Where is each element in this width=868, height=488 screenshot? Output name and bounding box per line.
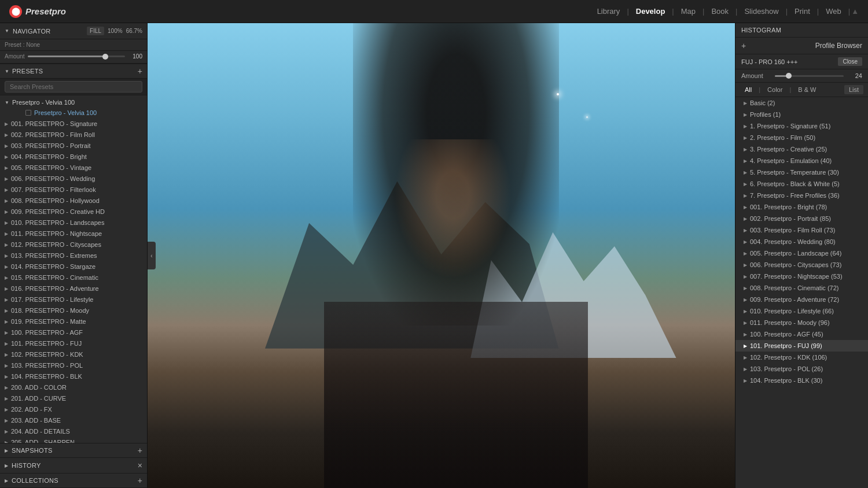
profile-name-p21: 102. Presetpro - KDK (106) [750,354,827,361]
filter-tab-color[interactable]: Color [763,85,787,94]
velvia-sub: Presetpro - Velvia 100 [0,108,147,118]
preset-group-header-g1[interactable]: ▶ 001. PRESETPRO - Signature [0,118,147,129]
preset-group-header-g17[interactable]: ▶ 017. PRESETPRO - Lifestyle [0,294,147,305]
group-name-g21: 101. PRESETPRO - FUJ [11,340,82,347]
profile-name-p17: 010. Presetpro - Lifestyle (66) [750,308,834,315]
preset-group-header-g18[interactable]: ▶ 018. PRESETPRO - Moody [0,305,147,316]
preset-group-header-g19[interactable]: ▶ 019. PRESETPRO - Matte [0,316,147,327]
preset-group-header-g6[interactable]: ▶ 006. PRESETPRO - Wedding [0,173,147,184]
nav-book[interactable]: Book [705,5,734,18]
preset-group-header-g16[interactable]: ▶ 016. PRESETPRO - Adventure [0,283,147,294]
preset-group-header-g24[interactable]: ▶ 104. PRESETPRO - BLK [0,371,147,382]
nav-map[interactable]: Map [675,5,701,18]
preset-group-header-g25[interactable]: ▶ 200. ADD - COLOR [0,382,147,393]
profile-name-p8: 001. Presetpro - Bright (78) [750,204,827,210]
profile-close-button[interactable]: Close [838,57,862,66]
left-panel: ▼ Navigator FILL 100% 66.7% Preset : Non… [0,23,148,488]
preset-group-header-g9[interactable]: ▶ 009. PRESETPRO - Creative HD [0,206,147,217]
profile-item-p8[interactable]: ▶ 001. Presetpro - Bright (78) [735,201,868,213]
amount-slider-thumb[interactable] [102,54,108,60]
amount-slider-track[interactable] [28,56,125,57]
profile-plus-icon[interactable]: + [741,41,746,50]
preset-group-header-g14[interactable]: ▶ 014. PRESETPRO - Stargaze [0,261,147,272]
preset-group-header-g10[interactable]: ▶ 010. PRESETPRO - Landscapes [0,217,147,228]
profile-amount-thumb[interactable] [786,73,792,79]
preset-group-header-g13[interactable]: ▶ 013. PRESETPRO - Extremes [0,250,147,261]
preset-group-g9: ▶ 009. PRESETPRO - Creative HD [0,206,147,217]
velvia-sub-item[interactable]: Presetpro - Velvia 100 [12,108,147,118]
preset-group-header-g2[interactable]: ▶ 002. PRESETPRO - Film Roll [0,129,147,140]
profile-item-p13[interactable]: ▶ 006. Presetpro - Cityscapes (73) [735,259,868,271]
profile-item-p22[interactable]: ▶ 103. Presetpro - POL (26) [735,363,868,375]
profile-item-p11[interactable]: ▶ 004. Presetpro - Wedding (80) [735,236,868,247]
preset-group-header-g12[interactable]: ▶ 012. PRESETPRO - Cityscapes [0,239,147,250]
preset-group-header-g28[interactable]: ▶ 203. ADD - BASE [0,415,147,426]
profile-item-p17[interactable]: ▶ 010. Presetpro - Lifestyle (66) [735,305,868,317]
preset-group-header-g20[interactable]: ▶ 100. PRESETPRO - AGF [0,327,147,338]
profile-item-p10[interactable]: ▶ 003. Presetpro - Film Roll (73) [735,224,868,236]
profile-item-p18[interactable]: ▶ 011. Presetpro - Moody (96) [735,317,868,328]
preset-group-header-g26[interactable]: ▶ 201. ADD - CURVE [0,393,147,404]
collections-add-icon[interactable]: + [138,476,142,485]
profile-item-p7[interactable]: ▶ 7. Presetpro - Free Profiles (36) [735,190,868,201]
preset-search-input[interactable] [5,81,142,93]
preset-group-header-g21[interactable]: ▶ 101. PRESETPRO - FUJ [0,338,147,349]
profile-item-p9[interactable]: ▶ 002. Presetpro - Portrait (85) [735,213,868,224]
nav-web[interactable]: Web [820,5,847,18]
preset-group-header-velvia[interactable]: ▼ Presetpro - Velvia 100 [0,97,147,108]
preset-group-header-g5[interactable]: ▶ 005. PRESETPRO - Vintage [0,162,147,173]
profile-item-p14[interactable]: ▶ 007. Presetpro - Nightscape (53) [735,271,868,282]
filter-tab-bw[interactable]: B & W [793,85,821,94]
profile-item-p2[interactable]: ▶ 2. Presetpro - Film (50) [735,132,868,143]
filter-tab-all[interactable]: All [740,85,756,94]
history-header[interactable]: ▶ History × [0,458,147,474]
nav-print[interactable]: Print [789,5,816,18]
profile-item-p15[interactable]: ▶ 008. Presetpro - Cinematic (72) [735,282,868,294]
collections-header[interactable]: ▶ Collections + [0,474,147,488]
preset-group-header-g29[interactable]: ▶ 204. ADD - DETAILS [0,426,147,437]
fill-button[interactable]: FILL [87,27,104,35]
preset-group-header-g4[interactable]: ▶ 004. PRESETPRO - Bright [0,151,147,162]
profile-item-p12[interactable]: ▶ 005. Presetpro - Landscape (64) [735,247,868,259]
profile-item-p1[interactable]: ▶ 1. Presetpro - Signature (51) [735,120,868,132]
preset-group-header-g8[interactable]: ▶ 008. PRESETPRO - Hollywood [0,195,147,206]
nav-library[interactable]: Library [591,5,626,18]
profile-name-p4: 4. Presetpro - Emulation (40) [750,157,832,164]
profile-item-p21[interactable]: ▶ 102. Presetpro - KDK (106) [735,352,868,363]
profile-item-p19[interactable]: ▶ 100. Presetpro - AGF (45) [735,328,868,340]
presets-add-icon[interactable]: + [138,67,142,75]
histogram-header[interactable]: Histogram [735,23,868,38]
preset-group-header-g27[interactable]: ▶ 202. ADD - FX [0,404,147,415]
profile-amount-slider[interactable] [775,75,844,77]
profile-item-basic[interactable]: ▶ Basic (2) [735,97,868,109]
nav-develop[interactable]: Develop [630,5,671,18]
history-close-icon[interactable]: × [138,461,142,470]
nav-slideshow[interactable]: Slideshow [738,5,784,18]
presets-header[interactable]: ▼ Presets + [0,64,147,79]
collapse-left-handle[interactable]: ‹ [148,242,156,269]
profile-item-p16[interactable]: ▶ 009. Presetpro - Adventure (72) [735,294,868,305]
profile-item-p6[interactable]: ▶ 6. Presetpro - Black & White (5) [735,178,868,190]
preset-group-header-g22[interactable]: ▶ 102. PRESETPRO - KDK [0,349,147,360]
profile-item-p4[interactable]: ▶ 4. Presetpro - Emulation (40) [735,155,868,167]
profile-item-p23[interactable]: ▶ 104. Presetpro - BLK (30) [735,375,868,386]
preset-group-header-g23[interactable]: ▶ 103. PRESETPRO - POL [0,360,147,371]
snapshots-title: Snapshots [12,447,53,454]
preset-group-header-g7[interactable]: ▶ 007. PRESETPRO - Filterlook [0,184,147,195]
preset-group-header-g3[interactable]: ▶ 003. PRESETPRO - Portrait [0,140,147,151]
snapshots-add-icon[interactable]: + [138,446,142,454]
profile-item-p5[interactable]: ▶ 5. Presetpro - Temperature (30) [735,167,868,178]
profile-item-p20[interactable]: ▶ 101. Presetpro - FUJ (99) [735,340,868,352]
profile-item-profiles[interactable]: ▶ Profiles (1) [735,109,868,120]
velvia-tri: ▼ [5,100,9,105]
active-profile-name: FUJ - PRO 160 +++ [741,58,798,65]
list-button[interactable]: List [844,85,863,94]
navigator-header[interactable]: ▼ Navigator FILL 100% 66.7% [0,23,147,39]
profile-item-p3[interactable]: ▶ 3. Presetpro - Creative (25) [735,143,868,155]
preset-group-header-g11[interactable]: ▶ 011. PRESETPRO - Nightscape [0,228,147,239]
preset-group-header-g30[interactable]: ▶ 205. ADD - SHARPEN [0,437,147,443]
preset-group-header-g15[interactable]: ▶ 015. PRESETPRO - Cinematic [0,272,147,283]
profile-name-p1: 1. Presetpro - Signature (51) [750,123,830,130]
tri-g29: ▶ [5,429,8,434]
snapshots-header[interactable]: ▶ Snapshots + [0,443,147,458]
